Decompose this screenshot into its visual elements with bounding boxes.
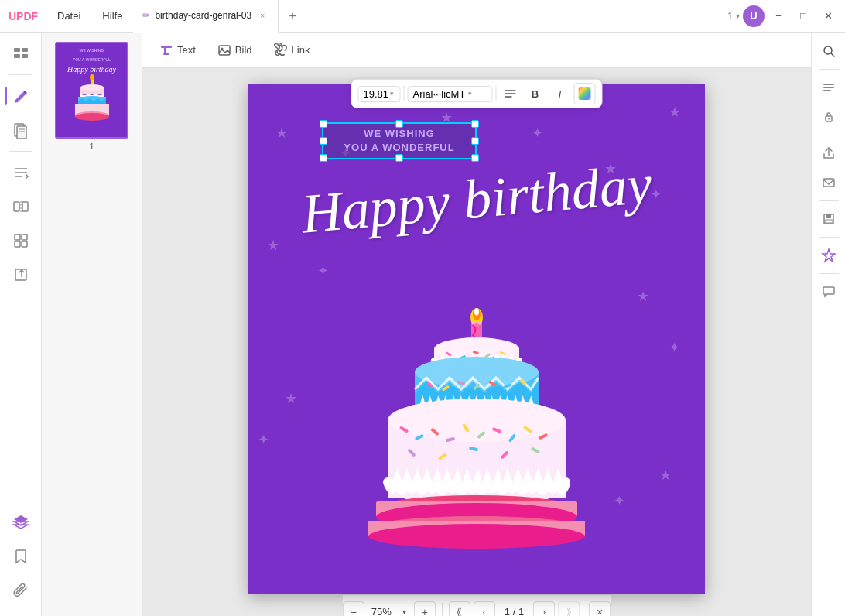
right-properties-button[interactable] <box>815 74 843 101</box>
svg-rect-99 <box>826 214 831 218</box>
text-box-line1: WE WISHING <box>330 127 469 141</box>
layers-icon <box>12 514 29 531</box>
color-swatch <box>579 87 591 100</box>
resize-handle-tr[interactable] <box>471 120 479 128</box>
page-sep: / <box>513 606 518 616</box>
tab-bar: ✏ birthday-card-genral-03 × + <box>133 0 727 32</box>
menu-hilfe[interactable]: Hilfe <box>91 0 133 33</box>
link-tool-button[interactable]: Link <box>266 40 318 60</box>
save-icon <box>822 212 836 226</box>
nav-first-button[interactable]: ⟪ <box>449 601 470 617</box>
right-divider-4 <box>819 237 839 238</box>
svg-point-68 <box>388 399 566 442</box>
titlebar-right: 1 ▾ U − □ ✕ <box>727 5 839 27</box>
svg-point-44 <box>474 308 479 316</box>
menu-datei[interactable]: Datei <box>46 0 91 33</box>
nav-next-button[interactable]: › <box>533 601 555 617</box>
font-size-input[interactable]: 19.81 ▾ <box>358 86 401 102</box>
resize-handle-ml[interactable] <box>320 137 327 145</box>
zoom-out-button[interactable]: − <box>343 601 364 617</box>
thumbnail-panel: WE WISHING YOU A WONDERFUL Happy birthda… <box>42 33 142 616</box>
page-number-display: 1 <box>727 11 733 22</box>
svg-rect-11 <box>14 202 19 211</box>
sidebar-layers-button[interactable] <box>5 506 37 539</box>
ai-icon <box>821 248 836 263</box>
edit-icon <box>12 87 29 104</box>
sidebar-compress-button[interactable] <box>5 224 37 257</box>
sidebar-sort-button[interactable] <box>5 156 37 189</box>
page-indicator: 1 / 1 <box>498 606 530 616</box>
user-avatar[interactable]: U <box>743 5 765 27</box>
sidebar-extract-button[interactable] <box>5 258 37 291</box>
app-logo: UPDF <box>0 0 46 32</box>
thumbnail-page-1[interactable]: WE WISHING YOU A WONDERFUL Happy birthda… <box>55 42 128 151</box>
link-tool-label: Link <box>292 44 310 56</box>
svg-point-96 <box>828 118 830 120</box>
font-size-value: 19.81 <box>364 88 389 100</box>
zoom-in-button[interactable]: + <box>414 601 436 617</box>
format-toolbar: 19.81 ▾ Arial···licMT ▾ <box>351 79 603 108</box>
font-family-selector[interactable]: Arial···licMT ▾ <box>408 86 493 102</box>
color-picker-button[interactable] <box>574 83 596 104</box>
split-icon <box>12 198 29 215</box>
close-toolbar-button[interactable]: × <box>589 601 611 617</box>
right-ai-button[interactable] <box>815 241 843 269</box>
sidebar-pages-button[interactable] <box>5 114 37 146</box>
share-icon <box>822 146 836 160</box>
paperclip-icon <box>12 582 29 599</box>
nav-prev-button[interactable]: ‹ <box>474 601 495 617</box>
close-window-button[interactable]: ✕ <box>817 5 839 27</box>
format-separator-2 <box>496 86 497 101</box>
right-comment-button[interactable] <box>815 278 843 306</box>
right-email-button[interactable] <box>815 169 843 197</box>
right-save-button[interactable] <box>815 205 843 233</box>
text-tool-button[interactable]: Text <box>152 40 204 60</box>
resize-handle-tl[interactable] <box>320 120 327 128</box>
nav-last-button[interactable]: ⟫ <box>558 601 580 617</box>
sidebar-attach-button[interactable] <box>5 574 37 607</box>
thumb-hb-text: Happy birthday <box>67 65 116 74</box>
align-button[interactable] <box>500 83 522 104</box>
tab-close-button[interactable]: × <box>256 9 269 22</box>
canvas-area[interactable]: 19.81 ▾ Arial···licMT ▾ <box>142 68 811 616</box>
resize-handle-bm[interactable] <box>395 154 403 162</box>
email-icon <box>822 176 836 190</box>
right-protect-button[interactable] <box>815 103 843 131</box>
view-icon <box>12 45 29 62</box>
text-box-line2: YOU A WONDERFUL <box>330 141 469 155</box>
italic-button[interactable]: I <box>549 83 571 104</box>
page-dropdown-icon[interactable]: ▾ <box>736 12 740 20</box>
font-size-dropdown-icon[interactable]: ▾ <box>390 90 394 98</box>
cake-illustration <box>330 300 624 594</box>
image-tool-label: Bild <box>235 44 252 56</box>
sidebar-edit-button[interactable] <box>5 80 37 112</box>
svg-rect-15 <box>22 234 27 240</box>
svg-point-27 <box>80 84 104 91</box>
svg-rect-14 <box>15 234 20 240</box>
zoom-value-display: 75% <box>368 606 395 616</box>
bold-button[interactable]: B <box>525 83 546 104</box>
selected-text-box[interactable]: WE WISHING YOU A WONDERFUL <box>322 122 477 159</box>
bottom-toolbar: − 75% ▾ + ⟪ ‹ 1 / 1 › ⟫ × <box>343 594 611 616</box>
right-share-button[interactable] <box>815 139 843 167</box>
sidebar-split-button[interactable] <box>5 190 37 223</box>
resize-handle-mr[interactable] <box>471 137 479 145</box>
resize-handle-bl[interactable] <box>320 154 327 162</box>
resize-handle-tm[interactable] <box>395 120 403 128</box>
zoom-dropdown-button[interactable]: ▾ <box>399 601 411 617</box>
sidebar-view-button[interactable] <box>5 37 37 70</box>
tab-birthday-card[interactable]: ✏ birthday-card-genral-03 × <box>133 0 279 33</box>
right-divider-5 <box>819 273 839 274</box>
toolbar: Text Bild Link <box>142 33 811 68</box>
minimize-button[interactable]: − <box>768 5 789 27</box>
maximize-button[interactable]: □ <box>792 5 814 27</box>
font-family-dropdown-icon[interactable]: ▾ <box>468 90 472 98</box>
sidebar-bottom-group <box>5 506 37 611</box>
resize-handle-br[interactable] <box>471 154 479 162</box>
svg-rect-16 <box>15 241 20 247</box>
sidebar-bookmark-button[interactable] <box>5 540 37 573</box>
image-tool-button[interactable]: Bild <box>210 40 260 60</box>
pages-icon <box>12 121 29 139</box>
tab-add-button[interactable]: + <box>282 5 303 27</box>
right-search-button[interactable] <box>815 37 843 65</box>
